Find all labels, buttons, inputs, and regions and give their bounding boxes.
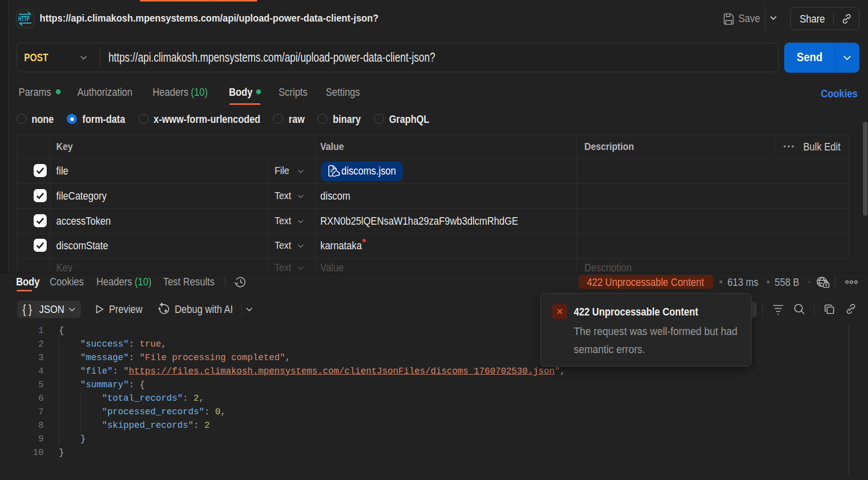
svg-text:HTTP: HTTP [18, 15, 30, 23]
